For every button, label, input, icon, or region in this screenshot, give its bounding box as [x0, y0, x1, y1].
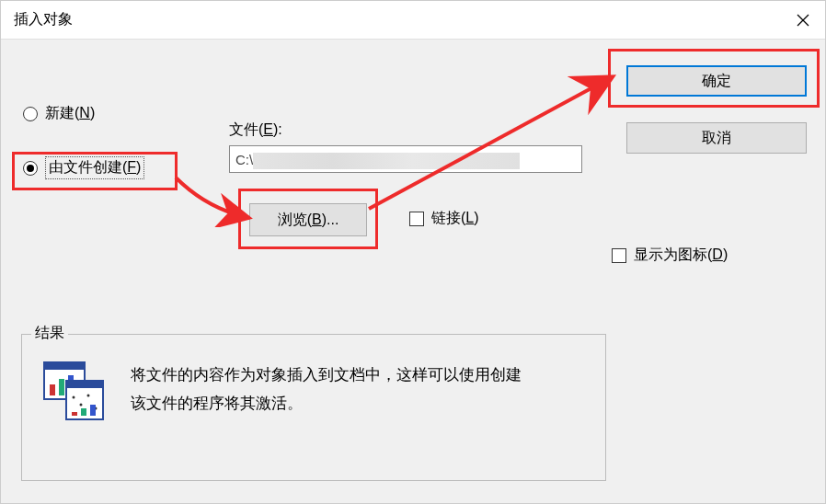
radio-create-new-label: 新建(N)	[45, 104, 95, 123]
source-radio-group: 新建(N) 由文件创建(F)	[23, 104, 144, 179]
checkbox-link[interactable]: 链接(L)	[409, 209, 479, 228]
radio-icon	[23, 107, 38, 121]
title-bar: 插入对象	[1, 1, 825, 40]
file-path-input[interactable]: C:\	[229, 145, 582, 173]
svg-rect-3	[44, 362, 85, 370]
result-groupbox: 结果	[21, 334, 606, 481]
svg-point-9	[73, 396, 75, 399]
svg-rect-14	[81, 408, 86, 416]
radio-icon	[23, 161, 38, 176]
radio-from-file[interactable]: 由文件创建(F)	[23, 156, 144, 179]
svg-rect-4	[50, 384, 55, 395]
result-content: 将文件的内容作为对象插入到文档中，这样可以使用创建该文件的程序将其激活。	[22, 335, 605, 445]
svg-rect-8	[66, 381, 103, 388]
radio-create-new[interactable]: 新建(N)	[23, 104, 144, 123]
svg-rect-15	[90, 405, 96, 416]
file-label: 文件(E):	[229, 120, 582, 140]
file-area: 文件(E): C:\	[229, 120, 582, 173]
window-title: 插入对象	[14, 10, 73, 29]
checkbox-show-as-icon[interactable]: 显示为图标(D)	[612, 246, 728, 265]
svg-rect-13	[72, 412, 77, 416]
svg-rect-5	[59, 379, 64, 395]
checkbox-icon	[409, 212, 424, 226]
result-title: 结果	[31, 324, 68, 343]
checkbox-link-label: 链接(L)	[431, 209, 479, 228]
checkbox-show-as-icon-label: 显示为图标(D)	[634, 246, 728, 265]
svg-point-11	[87, 395, 90, 397]
ok-button[interactable]: 确定	[626, 65, 807, 97]
checkbox-icon	[612, 248, 626, 263]
svg-point-10	[80, 404, 83, 407]
browse-button[interactable]: 浏览(B)...	[249, 203, 367, 236]
close-icon	[797, 14, 809, 27]
dialog-body: 新建(N) 由文件创建(F) 文件(E): C:\ 浏览(B)... 链接(L)…	[1, 40, 825, 503]
result-text: 将文件的内容作为对象插入到文档中，这样可以使用创建该文件的程序将其激活。	[131, 361, 526, 418]
file-path-blurred	[253, 153, 520, 169]
result-icon	[40, 357, 107, 423]
insert-object-dialog: 插入对象 新建(N) 由文件创建(F) 文件(E): C:\	[0, 0, 826, 504]
file-path-value: C:\	[235, 152, 253, 167]
annotation-arrow	[170, 172, 262, 227]
cancel-button[interactable]: 取消	[626, 122, 807, 154]
close-button[interactable]	[781, 1, 825, 40]
radio-from-file-label: 由文件创建(F)	[45, 156, 144, 179]
